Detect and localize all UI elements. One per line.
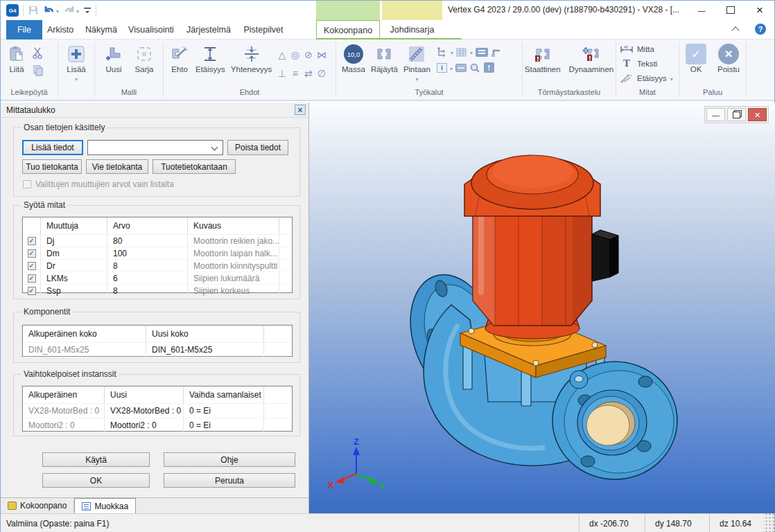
coincidence-button[interactable]: Yhtenevyys (229, 42, 274, 73)
tab-visualisointi[interactable]: Visualisointi (127, 20, 175, 39)
app-logo[interactable]: G4 (6, 4, 19, 17)
status-bar: Valmiina (Opaste: paina F1) dx -206.70 d… (1, 513, 774, 532)
apply-button[interactable]: Käytä (42, 452, 150, 467)
redo-dropdown-icon[interactable] (76, 6, 79, 15)
cut-icon[interactable] (31, 45, 46, 60)
header-cell-new: Uusi (105, 387, 184, 403)
add-data-button[interactable]: Lisää tiedot (22, 140, 83, 155)
table-dropdown-icon[interactable] (470, 47, 473, 57)
component-row[interactable]: DIN_601-M5x25 DIN_601-M5x25 (23, 343, 292, 357)
row-checkbox[interactable] (28, 274, 36, 283)
minimize-button[interactable] (690, 1, 713, 19)
row-checkbox[interactable] (28, 237, 36, 245)
hide-constraint-icon[interactable] (304, 49, 313, 60)
perpendicular-constraint-icon[interactable] (278, 68, 286, 79)
tab-pistepilvet[interactable]: Pistepilvet (242, 20, 285, 39)
product-database-button[interactable]: Tuotetietokantaan (153, 159, 236, 174)
measure-distance-label: Etäisyys (637, 74, 667, 82)
help-button[interactable]: Ohje (164, 452, 295, 467)
listed-values-checkbox[interactable] (23, 180, 31, 188)
condition-label: Ehto (171, 65, 188, 73)
distance-constraint-button[interactable]: Etäisyys (193, 42, 227, 73)
doc-tab-kokoonpano[interactable]: Kokoonpano (1, 498, 73, 513)
row-checkbox[interactable] (28, 287, 36, 295)
redo-button[interactable] (63, 5, 79, 16)
mdi-close-button[interactable]: × (748, 108, 767, 121)
exit-button[interactable]: Poistu (715, 42, 742, 73)
description-cell: Moottorin kiinnityspultti (188, 260, 279, 272)
text-button[interactable]: T Teksti (620, 56, 657, 71)
collapse-ribbon-icon[interactable] (733, 26, 738, 33)
save-icon[interactable] (28, 5, 39, 16)
close-button[interactable] (748, 1, 772, 19)
dimension-row[interactable]: Dj 80 Moottorin reikien jako... (23, 235, 292, 247)
dimension-row[interactable]: Dm 100 Moottorin laipan halk... (23, 247, 292, 260)
remove-data-button[interactable]: Poista tiedot (227, 140, 288, 155)
panel-close-button[interactable] (295, 105, 306, 115)
import-database-button[interactable]: Tuo tietokanta (22, 159, 82, 174)
customize-toolbar-icon[interactable] (83, 6, 92, 15)
series-button[interactable]: Sarja (132, 42, 157, 73)
opposite-constraint-icon[interactable] (304, 68, 313, 79)
measure-distance-button[interactable]: ? Etäisyys (620, 71, 673, 85)
warning-icon[interactable] (484, 62, 494, 73)
dimension-button[interactable]: 45 Mitta (620, 42, 654, 56)
tab-arkisto[interactable]: Arkisto (44, 20, 77, 39)
mass-button[interactable]: 10,0 Massa (340, 42, 367, 73)
parallel-constraint-icon[interactable] (293, 68, 298, 79)
copy-icon[interactable] (31, 63, 46, 78)
symmetry-constraint-icon[interactable] (317, 49, 326, 60)
resize-grip[interactable] (763, 514, 774, 532)
pipe-corner-icon[interactable] (491, 46, 502, 57)
new-button[interactable]: Uusi (101, 42, 126, 73)
skeleton-dropdown-icon[interactable] (451, 47, 453, 57)
svg-text:X: X (328, 480, 334, 490)
tab-johdinsarja[interactable]: Johdinsarja (382, 20, 442, 39)
info-icon[interactable] (437, 63, 447, 73)
combo-dropdown-icon[interactable] (211, 144, 218, 151)
tab-jarjestelma[interactable]: Järjestelmä (185, 20, 232, 39)
dimension-row[interactable]: Ssp 8 Siipien korkeus (23, 285, 292, 297)
add-component-button[interactable]: Lisää (64, 42, 89, 82)
angle-constraint-icon[interactable] (278, 49, 286, 60)
undo-button[interactable] (43, 5, 59, 16)
ok-button[interactable]: OK (42, 473, 150, 488)
tab-file[interactable]: File (6, 20, 42, 39)
dimension-row[interactable]: Dr 8 Moottorin kiinnityspultti (23, 260, 292, 272)
skeleton-tree-icon[interactable] (437, 46, 448, 57)
concentric-constraint-icon[interactable] (291, 49, 299, 60)
ribbon-group-tools: 10,0 Massa Räjäytä Pintaan (336, 39, 522, 100)
mdi-restore-button[interactable] (727, 108, 746, 121)
assembly-icon (8, 502, 17, 510)
maximize-button[interactable] (719, 1, 742, 19)
dimension-row[interactable]: LKMs 6 Siipien lukumäärä (23, 272, 292, 285)
doc-tab-muokkaa[interactable]: Muokkaa (74, 498, 136, 513)
tab-nakyma[interactable]: Näkymä (84, 20, 119, 39)
instance-row[interactable]: Moottori2 : 0 Moottori2 : 0 0 = Ei (23, 418, 292, 433)
mdi-minimize-button[interactable]: — (706, 108, 725, 121)
condition-button[interactable]: Ehto (167, 42, 192, 73)
properties-icon[interactable] (476, 48, 488, 57)
table-icon[interactable] (456, 46, 467, 57)
row-checkbox[interactable] (28, 262, 36, 270)
dynamic-collision-button[interactable]: Dynaaminen (567, 42, 616, 73)
paste-button[interactable]: Liitä (4, 42, 29, 73)
undo-dropdown-icon[interactable] (56, 6, 59, 15)
row-checkbox[interactable] (28, 249, 36, 258)
info-dropdown-icon[interactable] (450, 63, 453, 73)
cancel-button[interactable]: Peruuta (164, 473, 295, 488)
to-surface-button[interactable]: Pintaan (401, 42, 433, 82)
static-collision-button[interactable]: Staattinen (523, 42, 563, 73)
help-icon[interactable]: ? (755, 24, 766, 35)
explode-button[interactable]: Räjäytä (369, 42, 400, 73)
tab-kokoonpano[interactable]: Kokoonpano (316, 20, 380, 39)
tangent-constraint-icon[interactable] (317, 68, 326, 79)
mdi-window-controls: — × (704, 106, 769, 123)
viewport-3d[interactable]: Z X Y — × (309, 103, 775, 513)
drawer-icon[interactable] (455, 64, 467, 72)
magnifier-icon[interactable] (469, 62, 481, 73)
part-data-combobox[interactable] (87, 140, 223, 155)
ok-ribbon-button[interactable]: OK (683, 42, 708, 73)
instance-row[interactable]: VX28-MotorBed : 0 VX28-MotorBed : 0 0 = … (23, 404, 292, 418)
export-database-button[interactable]: Vie tietokanta (86, 159, 148, 174)
